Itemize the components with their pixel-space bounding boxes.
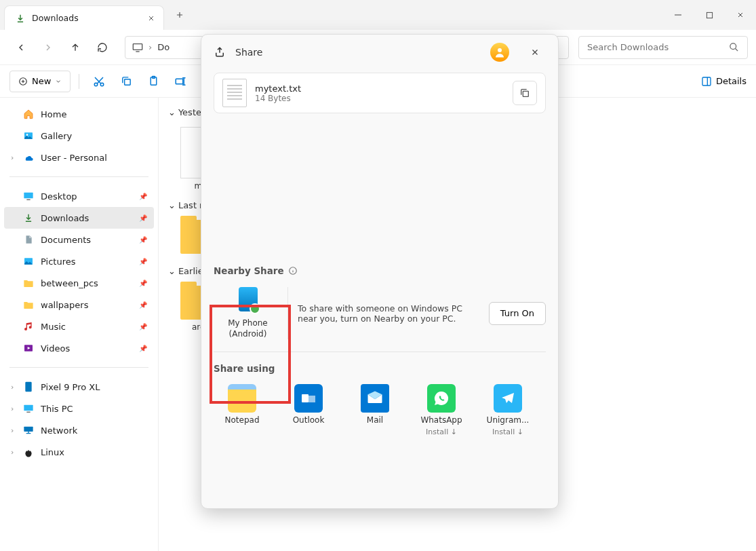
svg-rect-1 — [133, 43, 142, 50]
sidebar-item-label: Videos — [41, 343, 70, 354]
app-mail[interactable]: Mail — [344, 384, 406, 436]
share-body: Nearby Share My Phone(Android) To share … — [201, 116, 558, 508]
sidebar-item-pixel-9-pro-xl[interactable]: Pixel 9 Pro XL — [4, 376, 154, 398]
turn-on-button[interactable]: Turn On — [489, 302, 546, 325]
new-button[interactable]: New — [9, 71, 71, 92]
pictures-icon — [23, 256, 34, 267]
back-button[interactable] — [8, 35, 34, 60]
chevron-down-icon: ⌄ — [168, 107, 176, 117]
avatar[interactable] — [490, 43, 509, 62]
sidebar-item-music[interactable]: Music📌 — [4, 316, 154, 337]
sidebar-item-label: Linux — [41, 447, 64, 457]
breadcrumb-separator: › — [148, 42, 152, 52]
sidebar-item-between_pcs[interactable]: between_pcs📌 — [4, 272, 154, 294]
sidebar-item-videos[interactable]: Videos📌 — [4, 337, 154, 359]
file-meta: mytext.txt 14 Bytes — [255, 83, 301, 103]
new-label: New — [32, 76, 51, 86]
svg-rect-20 — [24, 427, 33, 432]
svg-point-24 — [498, 48, 502, 52]
refresh-button[interactable] — [89, 35, 115, 60]
pin-icon: 📌 — [139, 345, 147, 352]
file-icon — [222, 79, 247, 107]
close-dialog-button[interactable] — [524, 41, 546, 63]
sidebar-item-desktop[interactable]: Desktop📌 — [4, 185, 154, 207]
sidebar-item-label: Desktop — [41, 191, 77, 202]
sidebar-item-pictures[interactable]: Pictures📌 — [4, 250, 154, 272]
up-button[interactable] — [62, 35, 88, 60]
telegram-icon — [494, 384, 522, 413]
maximize-button[interactable] — [694, 3, 725, 27]
sidebar-item-label: Documents — [41, 235, 91, 245]
copy-button[interactable] — [115, 70, 138, 93]
music-icon — [23, 321, 34, 332]
cut-button[interactable] — [87, 70, 111, 93]
search-input[interactable] — [587, 42, 729, 52]
pin-icon: 📌 — [139, 280, 147, 287]
share-header: Share — [201, 35, 558, 70]
gallery-icon — [23, 130, 34, 141]
app-unigram[interactable]: Unigram... Install ↓ — [477, 384, 539, 436]
sidebar-item-label: Home — [41, 109, 66, 119]
home-icon — [23, 109, 34, 119]
sidebar-item-user---personal[interactable]: User - Personal — [4, 147, 154, 168]
search-box[interactable] — [578, 36, 748, 59]
svg-rect-10 — [702, 77, 711, 86]
details-button[interactable]: Details — [701, 76, 747, 87]
paste-button[interactable] — [142, 70, 165, 93]
svg-rect-17 — [25, 382, 31, 392]
nearby-device[interactable]: My Phone(Android) — [214, 287, 288, 339]
sidebar-item-wallpapers[interactable]: wallpapers📌 — [4, 294, 154, 316]
sidebar-item-label: Downloads — [41, 213, 89, 223]
whatsapp-icon — [427, 384, 456, 413]
app-notepad[interactable]: Notepad — [211, 384, 273, 436]
sidebar-item-gallery[interactable]: Gallery — [4, 125, 154, 147]
sidebar-item-label: wallpapers — [41, 300, 88, 310]
info-icon[interactable] — [288, 266, 298, 276]
share-apps-row: Notepad Outlook Mail WhatsApp Install ↓ … — [201, 375, 558, 446]
sidebar-item-label: Pixel 9 Pro XL — [41, 382, 100, 392]
sidebar-item-downloads[interactable]: Downloads📌 — [4, 207, 154, 229]
notepad-icon — [228, 384, 256, 413]
sidebar-item-linux[interactable]: Linux — [4, 441, 154, 463]
documents-icon — [23, 234, 34, 245]
phone-icon — [23, 381, 34, 392]
pin-icon: 📌 — [139, 236, 147, 244]
sidebar-item-label: User - Personal — [41, 153, 107, 163]
pc-icon — [132, 43, 143, 52]
pin-icon: 📌 — [139, 301, 147, 309]
rename-button[interactable] — [169, 70, 192, 93]
sidebar: HomeGalleryUser - PersonalDesktop📌Downlo… — [0, 98, 159, 551]
svg-point-2 — [730, 43, 736, 50]
desktop-icon — [23, 191, 34, 202]
app-outlook[interactable]: Outlook — [277, 384, 340, 436]
svg-rect-13 — [24, 193, 33, 199]
minimize-button[interactable] — [662, 3, 694, 27]
tab-close-icon[interactable] — [147, 14, 155, 22]
pc-icon — [23, 403, 34, 414]
tab-downloads[interactable]: Downloads — [4, 5, 164, 30]
pin-icon: 📌 — [139, 258, 147, 265]
close-button[interactable] — [725, 3, 756, 27]
download-icon — [23, 212, 34, 223]
outlook-icon — [294, 384, 323, 413]
sidebar-item-documents[interactable]: Documents📌 — [4, 229, 154, 250]
app-whatsapp[interactable]: WhatsApp Install ↓ — [410, 384, 473, 436]
forward-button[interactable] — [35, 35, 61, 60]
tab-title: Downloads — [32, 13, 147, 23]
file-size: 14 Bytes — [255, 94, 301, 103]
details-icon — [701, 76, 712, 87]
copy-file-button[interactable] — [513, 81, 537, 105]
new-tab-button[interactable] — [168, 3, 191, 26]
svg-rect-14 — [26, 200, 30, 200]
sidebar-item-home[interactable]: Home — [4, 103, 154, 125]
divider — [79, 74, 79, 89]
sidebar-item-this-pc[interactable]: This PC — [4, 398, 154, 419]
chevron-down-icon: ⌄ — [168, 200, 176, 210]
chevron-down-icon: ⌄ — [168, 266, 176, 276]
device-name: My Phone(Android) — [228, 318, 267, 339]
share-using-header: Share using — [201, 352, 558, 375]
sidebar-item-network[interactable]: Network — [4, 419, 154, 441]
folder-icon — [23, 299, 34, 310]
nearby-share-header: Nearby Share — [201, 265, 558, 276]
svg-rect-0 — [707, 12, 712, 18]
